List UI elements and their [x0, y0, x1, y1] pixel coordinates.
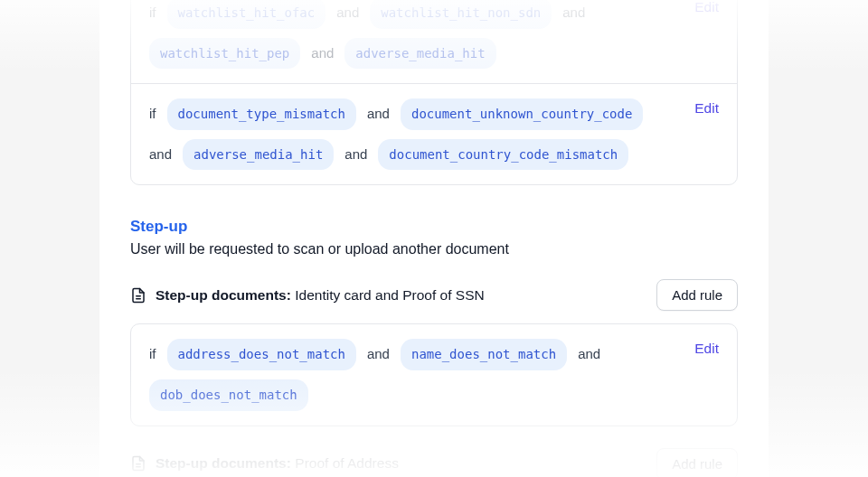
rule-group-top: if watchlist_hit_ofac and watchlist_hit_…	[130, 0, 738, 185]
keyword-and: and	[367, 341, 390, 368]
add-rule-button[interactable]: Add rule	[656, 279, 738, 311]
keyword-if: if	[149, 0, 156, 26]
rule-row: if document_type_mismatch and document_u…	[131, 83, 737, 184]
condition-chip[interactable]: address_does_not_match	[167, 339, 356, 370]
stepup-documents-header: Step-up documents: Identity card and Pro…	[130, 279, 738, 311]
keyword-and: and	[149, 142, 172, 168]
edit-rule-link[interactable]: Edit	[694, 100, 719, 117]
condition-chip[interactable]: document_unknown_country_code	[401, 98, 643, 130]
stepup-documents-label: Step-up documents:	[156, 287, 291, 303]
rule-conditions: if document_type_mismatch and document_u…	[149, 98, 719, 170]
add-rule-button[interactable]: Add rule	[656, 448, 738, 477]
rule-row: if watchlist_hit_ofac and watchlist_hit_…	[131, 0, 737, 83]
keyword-and: and	[367, 101, 390, 127]
condition-chip[interactable]: watchlist_hit_pep	[149, 38, 300, 70]
rule-row: if address_does_not_match and name_does_…	[131, 324, 737, 425]
stepup-documents-label: Step-up documents:	[156, 455, 291, 471]
condition-chip[interactable]: name_does_not_match	[401, 339, 567, 370]
keyword-and: and	[578, 341, 600, 368]
condition-chip[interactable]: document_type_mismatch	[167, 98, 356, 130]
condition-chip[interactable]: document_country_code_mismatch	[378, 139, 628, 171]
rule-conditions: if watchlist_hit_ofac and watchlist_hit_…	[149, 0, 719, 69]
edit-rule-link[interactable]: Edit	[694, 0, 719, 15]
condition-chip[interactable]: adverse_media_hit	[344, 38, 495, 70]
keyword-and: and	[344, 142, 367, 168]
document-icon	[130, 455, 146, 472]
stepup-documents-value: Proof of Address	[295, 455, 399, 471]
condition-chip[interactable]: watchlist_hit_ofac	[167, 0, 326, 29]
condition-chip[interactable]: dob_does_not_match	[149, 379, 308, 411]
condition-chip[interactable]: adverse_media_hit	[183, 139, 334, 171]
keyword-and: and	[562, 0, 585, 26]
keyword-if: if	[149, 101, 156, 127]
stepup-documents-value: Identity card and Proof of SSN	[295, 287, 484, 303]
edit-rule-link[interactable]: Edit	[694, 341, 719, 357]
keyword-and: and	[311, 41, 334, 67]
keyword-and: and	[336, 0, 359, 26]
stepup-documents-header: Step-up documents: Proof of Address Add …	[130, 448, 738, 477]
keyword-if: if	[149, 341, 156, 368]
section-description: User will be requested to scan or upload…	[130, 241, 738, 257]
rule-conditions: if address_does_not_match and name_does_…	[149, 339, 719, 410]
document-icon	[130, 287, 146, 304]
condition-chip[interactable]: watchlist_hit_non_sdn	[370, 0, 552, 29]
section-title-stepup: Step-up	[130, 218, 738, 236]
rule-group-stepup: if address_does_not_match and name_does_…	[130, 323, 738, 426]
